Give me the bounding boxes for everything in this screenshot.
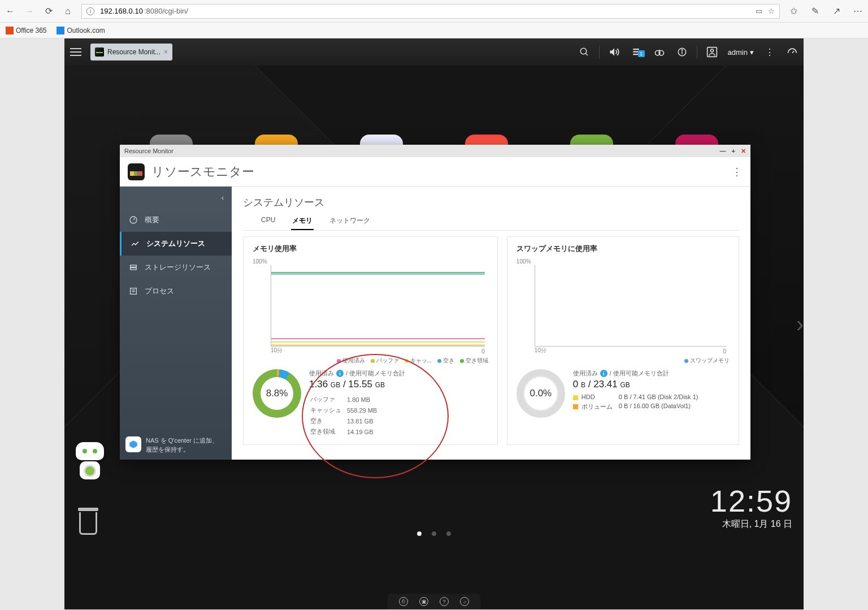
reading-view-icon[interactable]: ▭ bbox=[756, 7, 762, 15]
tab-network[interactable]: ネットワーク bbox=[328, 213, 371, 230]
swap-chart: 100% 10分 0 bbox=[517, 258, 730, 354]
url-host: 192.168.0.10 bbox=[100, 7, 143, 15]
user-menu[interactable]: admin ▾ bbox=[723, 48, 758, 57]
app-more-icon[interactable]: ⋮ bbox=[732, 166, 743, 178]
desktop-clock: 12:59 木曜日, 1月 16 日 bbox=[710, 483, 792, 530]
nas-desktop: Resource Monit... × 1 admin ▾ ⋮ › 12:59 … bbox=[64, 38, 804, 609]
app-title: リソースモニター bbox=[151, 163, 254, 180]
app-header: リソースモニター ⋮ bbox=[120, 157, 750, 187]
window-titlebar[interactable]: Resource Monitor — + ✕ bbox=[120, 145, 750, 157]
chevron-down-icon: ▾ bbox=[750, 48, 754, 57]
taskbar-tab-resource-monitor[interactable]: Resource Monit... × bbox=[90, 44, 172, 60]
nav-back-button[interactable]: ← bbox=[5, 6, 16, 17]
tasks-icon[interactable]: 1 bbox=[626, 47, 648, 57]
nas-topbar: Resource Monit... × 1 admin ▾ ⋮ bbox=[64, 38, 804, 66]
svg-marker-22 bbox=[129, 440, 137, 448]
nav-forward-button[interactable]: → bbox=[24, 6, 35, 17]
svg-point-13 bbox=[710, 49, 713, 52]
section-title: システムリソース bbox=[243, 196, 739, 209]
browser-toolbar: ← → ⟳ ⌂ i 192.168.0.10:8080/cgi-bin/ ▭ ☆… bbox=[0, 0, 868, 23]
tab-cpu[interactable]: CPU bbox=[260, 213, 276, 230]
desktop-page-dots[interactable] bbox=[417, 531, 451, 536]
swap-legend: スワップメモリ bbox=[517, 357, 730, 365]
window-minimize-button[interactable]: — bbox=[720, 148, 726, 155]
search-icon[interactable] bbox=[573, 47, 596, 57]
more-icon[interactable]: ⋯ bbox=[852, 6, 863, 17]
memory-donut: 8.8% bbox=[253, 369, 301, 418]
memory-chart: 100% 10分 0 bbox=[253, 258, 488, 354]
tab-close-icon[interactable]: × bbox=[164, 48, 168, 56]
app-logo-icon bbox=[128, 163, 145, 180]
bookmarks-bar: Office 365 Outlook.com bbox=[0, 23, 868, 38]
user-avatar-icon[interactable] bbox=[701, 46, 723, 58]
panel-title: スワップメモリに使用率 bbox=[517, 244, 730, 254]
info-icon[interactable]: i bbox=[336, 370, 344, 377]
sidebar-tip[interactable]: NAS を Q'center に追加、 履歴を保持す。 bbox=[125, 436, 226, 454]
svg-rect-17 bbox=[131, 265, 137, 267]
volume-icon[interactable] bbox=[603, 46, 626, 58]
sidebar-item-system-resource[interactable]: システムリソース bbox=[120, 232, 232, 256]
favorites-icon[interactable]: ✩ bbox=[788, 6, 799, 17]
svg-point-11 bbox=[682, 50, 683, 51]
dock-icon[interactable]: ⌕ bbox=[460, 597, 469, 606]
svg-line-16 bbox=[133, 218, 135, 220]
swap-stats: 使用済み i / 使用可能メモリ合計 0 B / 23.41 GB bbox=[573, 369, 730, 411]
resource-tabs: CPU メモリ ネットワーク bbox=[243, 213, 739, 231]
desktop-next-page-icon[interactable]: › bbox=[796, 312, 804, 337]
assistant-robot-icon[interactable] bbox=[76, 442, 104, 479]
nav-refresh-button[interactable]: ⟳ bbox=[43, 6, 54, 17]
memory-legend: 使用済み バッファ キャッ... 空き 空き領域 bbox=[253, 357, 488, 365]
bookmark-office365[interactable]: Office 365 bbox=[6, 27, 46, 34]
svg-line-14 bbox=[792, 51, 794, 53]
dashboard-icon[interactable] bbox=[781, 46, 804, 58]
gauge-icon bbox=[129, 215, 138, 224]
devices-icon[interactable] bbox=[648, 46, 671, 58]
chart-icon bbox=[131, 239, 140, 248]
window-resource-monitor: Resource Monitor — + ✕ リソースモニター ⋮ ‹ 概要 bbox=[120, 145, 750, 460]
dock-icon[interactable]: © bbox=[399, 597, 408, 606]
list-icon bbox=[129, 287, 138, 296]
memory-stats: 使用済み i / 使用可能メモリ合計 1.36 GB / 15.55 GB bbox=[309, 369, 488, 438]
window-close-button[interactable]: ✕ bbox=[741, 148, 746, 155]
svg-rect-18 bbox=[131, 268, 137, 270]
sidebar-collapse-button[interactable]: ‹ bbox=[120, 187, 232, 208]
kebab-icon[interactable]: ⋮ bbox=[758, 47, 781, 58]
swap-donut: 0.0% bbox=[517, 369, 565, 418]
main-pane: システムリソース CPU メモリ ネットワーク メモリ使用率 100% bbox=[232, 187, 750, 460]
share-icon[interactable]: ↗ bbox=[831, 6, 842, 17]
svg-rect-3 bbox=[633, 49, 639, 50]
tab-memory[interactable]: メモリ bbox=[291, 213, 314, 230]
storage-icon bbox=[129, 263, 138, 272]
sidebar: ‹ 概要 システムリソース ストレージリソース プロセス bbox=[120, 187, 232, 460]
qcenter-icon bbox=[125, 436, 141, 452]
desktop-dock: © ▣ ? ⌕ bbox=[388, 594, 480, 609]
panel-swap: スワップメモリに使用率 100% 10分 0 スワップメモリ bbox=[507, 236, 739, 445]
dock-icon[interactable]: ? bbox=[440, 597, 449, 606]
svg-line-1 bbox=[585, 53, 588, 55]
notes-icon[interactable]: ✎ bbox=[809, 6, 821, 17]
svg-point-0 bbox=[580, 48, 587, 54]
nav-home-button[interactable]: ⌂ bbox=[62, 6, 73, 17]
sidebar-item-storage-resource[interactable]: ストレージリソース bbox=[120, 256, 232, 279]
panel-title: メモリ使用率 bbox=[253, 244, 488, 254]
site-info-icon[interactable]: i bbox=[86, 7, 94, 15]
info-icon[interactable]: i bbox=[600, 370, 607, 377]
sidebar-item-process[interactable]: プロセス bbox=[120, 279, 232, 303]
panel-memory: メモリ使用率 100% bbox=[243, 236, 498, 445]
address-bar[interactable]: i 192.168.0.10:8080/cgi-bin/ ▭ ☆ bbox=[81, 4, 780, 19]
app-icon bbox=[95, 47, 104, 57]
svg-marker-2 bbox=[610, 48, 614, 55]
bookmark-outlook[interactable]: Outlook.com bbox=[57, 27, 105, 34]
info-icon[interactable] bbox=[671, 47, 693, 57]
url-path: :8080/cgi-bin/ bbox=[144, 7, 188, 15]
window-maximize-button[interactable]: + bbox=[732, 148, 735, 155]
menu-hamburger-icon[interactable] bbox=[64, 41, 87, 63]
dock-icon[interactable]: ▣ bbox=[419, 597, 428, 606]
sidebar-item-overview[interactable]: 概要 bbox=[120, 208, 232, 232]
favorite-star-icon[interactable]: ☆ bbox=[768, 7, 775, 15]
trash-icon[interactable] bbox=[77, 508, 99, 536]
